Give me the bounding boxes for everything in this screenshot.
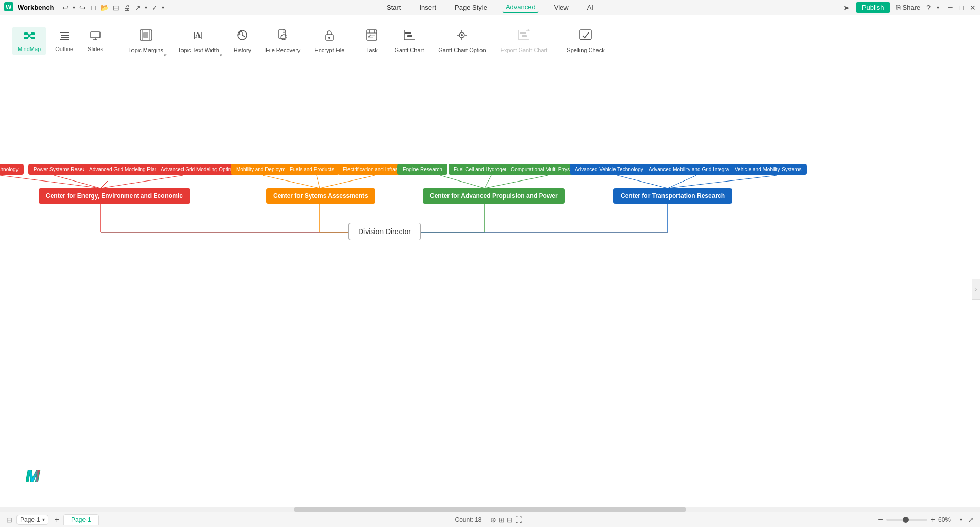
leaf-technology[interactable]: Technology (0, 164, 24, 175)
svg-line-67 (440, 175, 485, 188)
page-selector[interactable]: Page-1 ▾ (16, 515, 48, 525)
new-file-btn[interactable]: □ (92, 4, 96, 12)
fit-btn[interactable]: ⤢ (968, 516, 974, 524)
panel-collapse-arrow[interactable]: › (972, 279, 980, 300)
mindmap-view-btn[interactable]: MindMap (12, 27, 46, 55)
svg-point-40 (461, 34, 463, 36)
more-dropdown[interactable]: ▾ (162, 5, 164, 10)
task-btn[interactable]: Task (356, 21, 387, 62)
encrypt-file-btn[interactable]: Encrypt File (307, 21, 352, 62)
topic-margins-btn[interactable]: Topic Margins (121, 21, 171, 62)
svg-line-64 (263, 175, 320, 188)
nav-start[interactable]: Start (384, 3, 404, 12)
print-btn[interactable]: 🖨 (123, 4, 130, 12)
gantt-chart-btn[interactable]: Gantt Chart (387, 21, 431, 62)
tab-view-btn[interactable]: ⊟ (113, 4, 119, 12)
help-btn[interactable]: ? (926, 4, 931, 12)
nav-view[interactable]: View (551, 3, 572, 12)
nav-page-style[interactable]: Page Style (452, 3, 490, 12)
export-gantt-chart-label: Export Gantt Chart (501, 47, 548, 54)
file-recovery-label: File Recovery (265, 47, 300, 54)
app-logo: W (4, 2, 13, 13)
topic-text-width-btn[interactable]: |A| Topic Text Width (171, 21, 226, 62)
view-columns-icon[interactable]: ⊞ (499, 516, 505, 524)
svg-line-68 (485, 175, 491, 188)
zoom-out-btn[interactable]: − (878, 515, 883, 524)
gantt-chart-option-btn[interactable]: Gantt Chart Option (431, 21, 493, 62)
page-tab-1[interactable]: Page-1 (63, 514, 99, 525)
export-btn[interactable]: ↗ (135, 4, 141, 12)
more-btn[interactable]: ✓ (152, 4, 158, 12)
fullscreen-icon[interactable]: ⛶ (515, 516, 522, 524)
leaf-vehicle-mobility[interactable]: Vehicle and Mobility Systems (729, 164, 807, 175)
leaf-fuels[interactable]: Fuels and Products (285, 164, 339, 175)
svg-rect-38 (407, 35, 412, 37)
titlebar: W Workbench ↩ ▾ ↪ □ 📂 ⊟ 🖨 ↗ ▾ ✓ ▾ Start … (0, 0, 980, 15)
svg-rect-15 (91, 32, 100, 38)
svg-line-63 (101, 175, 183, 188)
zoom-handle[interactable] (903, 517, 909, 523)
task-icon (364, 28, 379, 45)
nav-insert[interactable]: Insert (417, 3, 440, 12)
svg-rect-50 (580, 30, 591, 39)
collapse-icon: › (975, 287, 977, 292)
file-recovery-btn[interactable]: File Recovery (258, 21, 307, 62)
window-maximize[interactable]: □ (959, 4, 964, 12)
svg-point-28 (328, 37, 330, 39)
fit-to-page-icon[interactable]: ⊕ (490, 516, 496, 524)
undo-btn[interactable]: ↩ (62, 4, 69, 12)
svg-rect-5 (31, 37, 35, 39)
horizontal-scrollbar[interactable] (0, 507, 980, 512)
spelling-check-btn[interactable]: Spelling Check (559, 21, 611, 62)
statusbar-center: Count: 18 ⊕ ⊞ ⊟ ⛶ (455, 516, 522, 524)
svg-line-69 (485, 175, 548, 188)
leaf-advanced-mobility[interactable]: Advanced Mobility and Grid Integration (643, 164, 742, 175)
nav-advanced[interactable]: Advanced (503, 2, 539, 13)
export-gantt-chart-icon (517, 28, 531, 45)
slides-view-btn[interactable]: Slides (82, 27, 108, 55)
history-btn[interactable]: History (226, 21, 258, 62)
branch-systems-label: Center for Sytems Assessments (273, 192, 368, 200)
undo-dropdown[interactable]: ▾ (73, 5, 75, 10)
window-close[interactable]: ✕ (970, 4, 976, 12)
central-node[interactable]: Division Director (348, 223, 421, 240)
branch-systems[interactable]: Center for Sytems Assessments (266, 188, 375, 204)
history-label: History (234, 47, 251, 54)
window-minimize[interactable]: − (948, 2, 953, 13)
leaf-fuel-cell[interactable]: Fuel Cell and Hydrogen (449, 164, 513, 175)
add-page-btn[interactable]: + (55, 515, 59, 524)
export-gantt-chart-btn[interactable]: Export Gantt Chart (493, 21, 555, 62)
spelling-check-icon (578, 28, 593, 45)
branch-propulsion[interactable]: Center for Advanced Propulsion and Power (423, 188, 565, 204)
export-dropdown[interactable]: ▾ (145, 5, 147, 10)
publish-button[interactable]: Publish (856, 2, 890, 13)
help-dropdown[interactable]: ▾ (937, 5, 939, 10)
toolbar: MindMap Outline (0, 15, 980, 67)
nav-ai[interactable]: AI (584, 3, 596, 12)
branch-energy[interactable]: Center for Energy, Environment and Econo… (39, 188, 190, 204)
leaf-engine[interactable]: Engine Research (397, 164, 447, 175)
topic-text-width-label: Topic Text Width (178, 47, 219, 54)
svg-line-65 (317, 175, 320, 188)
zoom-in-btn[interactable]: + (931, 515, 935, 524)
app-title: Workbench (18, 4, 54, 11)
zoom-slider[interactable] (886, 519, 927, 521)
zoom-dropdown[interactable]: ▾ (960, 517, 962, 522)
svg-line-72 (668, 175, 777, 188)
redo-btn[interactable]: ↪ (79, 4, 86, 12)
view-grid-icon[interactable]: ⊟ (507, 516, 513, 524)
outline-view-btn[interactable]: Outline (50, 27, 78, 55)
svg-rect-47 (520, 32, 526, 34)
svg-line-66 (320, 175, 375, 188)
central-node-label: Division Director (358, 227, 411, 236)
branch-transportation[interactable]: Center for Transportation Research (613, 188, 732, 204)
toolbar-divider-2 (557, 26, 557, 57)
share-button[interactable]: ⎘ Share (896, 4, 921, 11)
svg-rect-37 (405, 32, 411, 34)
panel-toggle-icon[interactable]: ⊟ (6, 516, 12, 524)
scrollbar-thumb[interactable] (294, 507, 686, 512)
leaf-advanced-vehicle[interactable]: Advanced Vehicle Technology (570, 164, 649, 175)
task-label: Task (366, 47, 378, 54)
open-file-btn[interactable]: 📂 (100, 4, 109, 12)
gantt-chart-icon (402, 28, 417, 45)
